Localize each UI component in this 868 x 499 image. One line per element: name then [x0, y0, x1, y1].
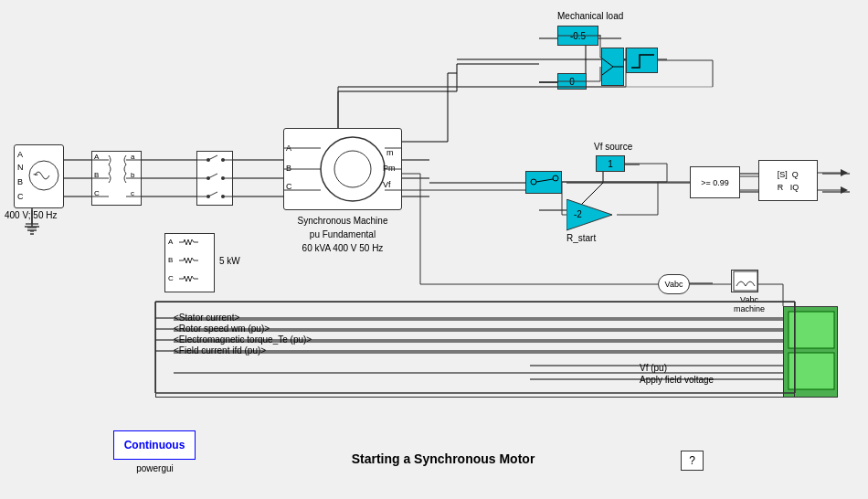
svg-rect-110 — [789, 312, 834, 348]
svg-text:B: B — [94, 171, 99, 179]
svg-point-76 — [221, 158, 225, 162]
svg-text:C: C — [17, 192, 24, 201]
svg-text:b: b — [131, 171, 135, 179]
svg-point-75 — [206, 158, 210, 162]
svg-point-88 — [334, 151, 371, 187]
r-start-label: R_start — [566, 233, 596, 243]
mux-block — [601, 48, 624, 86]
main-title: Starting a Synchronous Motor — [283, 451, 603, 466]
mech-load-value1: -0.5 — [557, 26, 598, 46]
load-label: 5 kW — [219, 256, 240, 266]
vf-source-label: Vf source — [594, 142, 632, 152]
svg-point-80 — [206, 176, 210, 180]
svg-point-104 — [531, 179, 536, 185]
svg-point-81 — [221, 176, 225, 180]
svg-text:c: c — [131, 189, 134, 197]
sr-flipflop: [S] Q R IQ — [758, 160, 818, 201]
sync-machine-label: Synchronous Machine pu Fundamental 60 kV… — [279, 214, 407, 255]
comparator-block: >= 0.99 — [690, 166, 740, 198]
svg-rect-111 — [789, 353, 834, 389]
vabc-block: Vabc — [658, 274, 690, 294]
svg-text:~: ~ — [33, 170, 38, 180]
vf-switch — [525, 171, 562, 194]
svg-line-106 — [536, 179, 553, 182]
svg-text:Vf: Vf — [383, 180, 391, 189]
r-start-block: -2 — [566, 199, 617, 233]
svg-text:C: C — [94, 189, 100, 197]
svg-marker-153 — [841, 169, 848, 176]
load-block: A B C — [164, 233, 215, 292]
svg-point-105 — [553, 175, 558, 181]
powergui-label: powergui — [125, 463, 185, 473]
breaker-block — [196, 151, 233, 206]
signal-area — [155, 302, 795, 398]
help-button[interactable]: ? — [681, 451, 704, 471]
svg-point-87 — [321, 137, 385, 201]
mech-load-label: Mechanical load — [557, 11, 623, 21]
svg-text:A: A — [168, 238, 174, 246]
svg-text:A: A — [17, 150, 23, 159]
svg-text:A: A — [94, 153, 100, 161]
svg-line-102 — [602, 67, 613, 75]
sync-machine-block: A B C m Pm Vf — [283, 128, 402, 210]
svg-text:-2: -2 — [574, 209, 582, 219]
scope-block — [731, 270, 758, 292]
continuous-box[interactable]: Continuous — [113, 430, 196, 460]
svg-text:B: B — [168, 256, 173, 264]
svg-text:Pm: Pm — [383, 164, 396, 173]
vf-source-value: 1 — [596, 155, 625, 172]
svg-text:N: N — [17, 163, 24, 172]
step-block — [626, 48, 658, 73]
svg-point-86 — [221, 195, 225, 198]
svg-point-85 — [206, 195, 210, 198]
mech-load-value2: 0 — [557, 73, 587, 90]
transformer-block: A B C a b c — [91, 151, 142, 206]
svg-text:B: B — [17, 177, 23, 186]
svg-marker-154 — [841, 186, 848, 194]
svg-text:a: a — [131, 153, 135, 161]
svg-text:B: B — [286, 164, 291, 173]
voltage-source-label: 400 V; 50 Hz — [5, 210, 57, 220]
svg-text:C: C — [168, 274, 174, 282]
svg-rect-109 — [734, 271, 757, 291]
svg-line-101 — [602, 58, 613, 67]
svg-text:m: m — [386, 148, 394, 157]
